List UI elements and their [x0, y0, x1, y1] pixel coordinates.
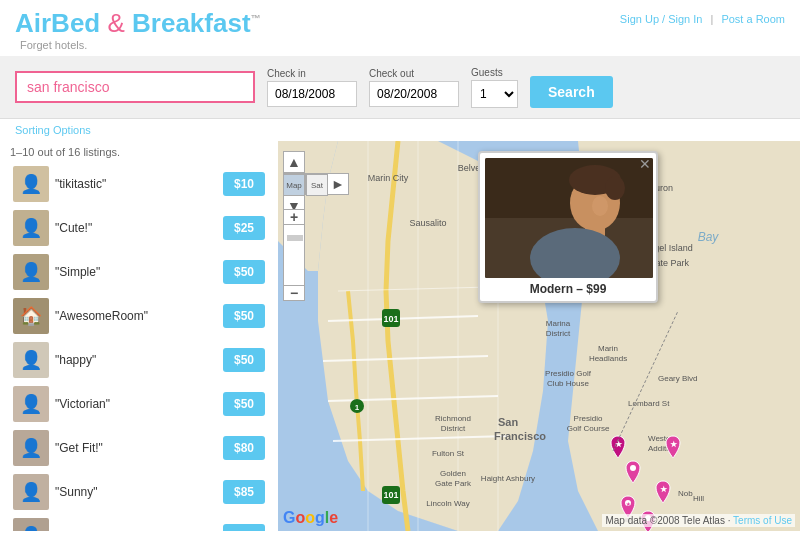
svg-text:San: San — [498, 416, 518, 428]
guests-select[interactable]: 1 2 3 4 — [472, 81, 517, 107]
guests-select-wrapper: 1 2 3 4 — [471, 80, 518, 108]
listing-item[interactable]: 👤"tikitastic"$10 — [10, 164, 268, 204]
svg-text:Presidio Golf: Presidio Golf — [545, 369, 592, 378]
logo: AirBed & Breakfast™ — [15, 8, 261, 39]
listing-item[interactable]: 👤"Sunny"$85 — [10, 472, 268, 512]
svg-text:Bay: Bay — [698, 230, 720, 244]
svg-text:101: 101 — [383, 490, 398, 500]
guests-label: Guests — [471, 67, 518, 78]
location-input[interactable] — [15, 71, 255, 103]
listing-item[interactable]: 👤"Get Fit!"$80 — [10, 428, 268, 468]
listing-name: "Victorian" — [55, 397, 217, 411]
search-bar: Check in Check out Guests 1 2 3 4 Search — [0, 56, 800, 119]
signup-link[interactable]: Sign Up / Sign In — [620, 13, 703, 25]
listing-name: "Sunny" — [55, 485, 217, 499]
listing-item[interactable]: 👤"Cute"$90 — [10, 516, 268, 531]
listing-name: "Cute!" — [55, 221, 217, 235]
listing-item[interactable]: 🏠"AwesomeRoom"$50 — [10, 296, 268, 336]
popup-image — [485, 158, 653, 278]
map-panel[interactable]: 101 1 101 Marin City Belvedere Tiburon S… — [278, 141, 800, 531]
map-type-sat[interactable]: Sat — [306, 174, 328, 196]
listing-price: $25 — [223, 216, 265, 240]
svg-text:Presidio: Presidio — [574, 414, 603, 423]
map-popup: ✕ — [478, 151, 658, 303]
listing-thumbnail: 👤 — [13, 342, 49, 378]
listing-price: $50 — [223, 304, 265, 328]
map-type-controls: Map Sat — [283, 174, 328, 196]
svg-text:Lincoln Way: Lincoln Way — [426, 499, 469, 508]
listing-thumbnail: 🏠 — [13, 298, 49, 334]
map-zoom-out[interactable]: − — [283, 285, 305, 301]
google-logo: Google — [283, 509, 338, 527]
guests-group: Guests 1 2 3 4 — [471, 67, 518, 108]
svg-point-53 — [605, 176, 625, 200]
pagination: 1 2 Next — [0, 531, 800, 535]
svg-text:Nob: Nob — [678, 489, 693, 498]
svg-text:Golden: Golden — [440, 469, 466, 478]
listing-thumbnail: 👤 — [13, 254, 49, 290]
terms-of-use-link[interactable]: Terms of Use — [733, 515, 792, 526]
main-content: 1–10 out of 16 listings. 👤"tikitastic"$1… — [0, 141, 800, 531]
listing-name: "Simple" — [55, 265, 217, 279]
results-count: 1–10 out of 16 listings. — [10, 146, 268, 158]
listing-name: "happy" — [55, 353, 217, 367]
tagline: Forget hotels. — [20, 39, 261, 51]
map-nav-right[interactable]: ► — [327, 173, 349, 195]
checkin-input[interactable] — [267, 81, 357, 107]
listing-name: "tikitastic" — [55, 177, 217, 191]
svg-text:Western: Western — [648, 434, 678, 443]
map-nav-up[interactable]: ▲ — [283, 151, 305, 173]
zoom-slider-handle[interactable] — [287, 235, 303, 241]
header: AirBed & Breakfast™ Forget hotels. Sign … — [0, 0, 800, 56]
listing-item[interactable]: 👤"Cute!"$25 — [10, 208, 268, 248]
listing-price: $80 — [223, 436, 265, 460]
sorting-options-link[interactable]: Sorting Options — [15, 124, 91, 136]
svg-point-56 — [592, 196, 608, 216]
svg-text:Golf Course: Golf Course — [567, 424, 610, 433]
map-type-map[interactable]: Map — [283, 174, 305, 196]
logo-air: AirBed — [15, 8, 100, 38]
listing-thumbnail: 👤 — [13, 386, 49, 422]
checkout-input[interactable] — [369, 81, 459, 107]
svg-text:Marin: Marin — [598, 344, 618, 353]
listing-item[interactable]: 👤"Simple"$50 — [10, 252, 268, 292]
listing-price: $50 — [223, 392, 265, 416]
listing-thumbnail: 👤 — [13, 166, 49, 202]
listing-price: $50 — [223, 348, 265, 372]
svg-text:District: District — [441, 424, 466, 433]
logo-breakfast: Breakfast — [132, 8, 251, 38]
listing-item[interactable]: 👤"Victorian"$50 — [10, 384, 268, 424]
listing-name: "Get Fit!" — [55, 441, 217, 455]
listing-price: $10 — [223, 172, 265, 196]
listing-price: $85 — [223, 480, 265, 504]
svg-text:District: District — [546, 329, 571, 338]
svg-text:1: 1 — [355, 403, 360, 412]
svg-text:Headlands: Headlands — [589, 354, 627, 363]
svg-text:Addition: Addition — [648, 444, 677, 453]
svg-text:Francisco: Francisco — [494, 430, 546, 442]
svg-text:Hill: Hill — [693, 494, 704, 503]
popup-close-button[interactable]: ✕ — [639, 156, 651, 172]
map-zoom-in[interactable]: + — [283, 209, 305, 225]
listing-name: "Cute" — [55, 529, 217, 531]
zoom-slider-track — [283, 225, 305, 285]
checkin-group: Check in — [267, 68, 357, 107]
checkout-group: Check out — [369, 68, 459, 107]
link-separator: | — [710, 13, 713, 25]
listing-item[interactable]: 👤"happy"$50 — [10, 340, 268, 380]
search-button[interactable]: Search — [530, 76, 613, 108]
logo-area: AirBed & Breakfast™ Forget hotels. — [15, 8, 261, 51]
svg-text:Sausalito: Sausalito — [409, 218, 446, 228]
listings-list: 👤"tikitastic"$10👤"Cute!"$25👤"Simple"$50🏠… — [10, 164, 268, 531]
listing-thumbnail: 👤 — [13, 430, 49, 466]
listing-price: $50 — [223, 260, 265, 284]
map-zoom-controls: + − — [283, 209, 305, 301]
listing-thumbnail: 👤 — [13, 474, 49, 510]
svg-text:Club House: Club House — [547, 379, 589, 388]
svg-text:Fulton St: Fulton St — [432, 449, 465, 458]
checkout-label: Check out — [369, 68, 459, 79]
svg-text:Marina: Marina — [546, 319, 571, 328]
svg-text:Lombard St: Lombard St — [628, 399, 670, 408]
post-room-link[interactable]: Post a Room — [721, 13, 785, 25]
svg-text:Geary Blvd: Geary Blvd — [658, 374, 698, 383]
